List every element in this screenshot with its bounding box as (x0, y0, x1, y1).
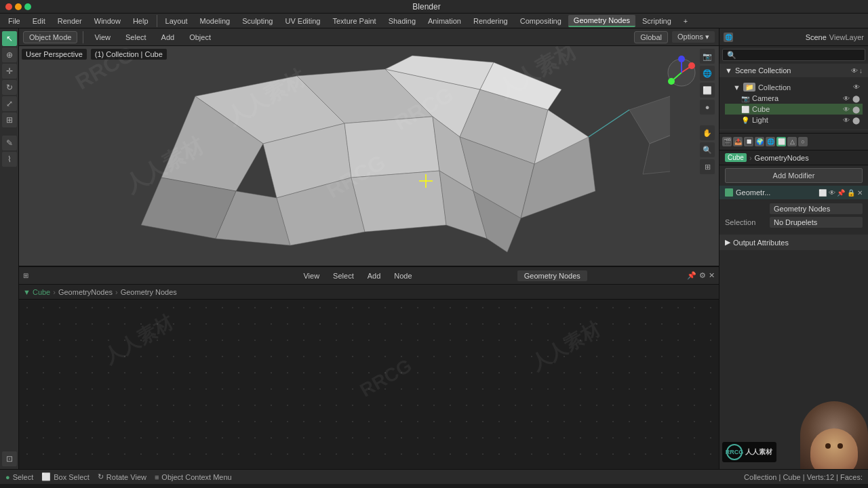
menu-render[interactable]: Render (52, 16, 87, 26)
rp-light-vis[interactable]: 👁 (843, 117, 850, 124)
vp-view[interactable]: View (89, 32, 116, 43)
ne-view[interactable]: View (298, 270, 325, 281)
menu-scripting[interactable]: Scripting (637, 16, 677, 26)
rp-scene-collection-header[interactable]: ▼ Scene Collection 👁 ↓ (719, 64, 868, 77)
rp-sel-icon[interactable]: ↓ (859, 67, 863, 75)
ne-add[interactable]: Add (362, 270, 387, 281)
vp-icon-camera[interactable]: 📷 (700, 49, 715, 64)
rp-search-input[interactable] (722, 49, 865, 61)
rp-cube-sel[interactable]: ⬤ (852, 106, 860, 113)
rp-icon-scene[interactable]: 🌐 (724, 33, 733, 42)
window-controls[interactable] (5, 3, 31, 10)
vp-sep1 (83, 31, 83, 43)
menu-layout[interactable]: Layout (160, 16, 193, 26)
maximize-button[interactable] (24, 3, 31, 10)
menu-add[interactable]: + (678, 16, 693, 26)
minimize-button[interactable] (15, 3, 22, 10)
viewport-toolbar: Object Mode View Select Add Object Globa… (19, 28, 719, 46)
svg-line-21 (589, 110, 629, 137)
vp-icon-zoom[interactable]: 🔍 (700, 142, 715, 157)
ne-bread-geonodesinner[interactable]: Geometry Nodes (121, 288, 177, 296)
ne-node[interactable]: Node (389, 270, 417, 281)
sidebar-select-tool[interactable]: ↖ (2, 31, 17, 46)
rp-prop-view-layer[interactable]: 🔲 (744, 137, 753, 146)
orientation-gizmo[interactable] (665, 56, 698, 89)
rp-cube-vis[interactable]: 👁 (843, 106, 850, 113)
vp-icon-render[interactable]: ● (700, 100, 715, 115)
vp-icon-display[interactable]: ⬜ (700, 83, 715, 98)
ne-settings-icon[interactable]: ⚙ (699, 271, 706, 280)
ne-type-selector[interactable]: ⊞ (23, 272, 28, 279)
vp-options-btn[interactable]: Options ▾ (672, 31, 715, 43)
vp-mode-btn[interactable]: Object Mode (23, 31, 77, 43)
ne-bread-cube[interactable]: ▼ Cube (23, 288, 50, 296)
ne-bread-geonodes[interactable]: GeometryNodes (58, 288, 113, 296)
add-modifier-btn[interactable]: Add Modifier (725, 168, 863, 183)
menu-file[interactable]: File (3, 16, 26, 26)
rp-prop-object[interactable]: ⬜ (776, 137, 786, 146)
rp-bc-sep: › (749, 154, 752, 162)
vp-add[interactable]: Add (156, 32, 180, 43)
rp-camera-item[interactable]: 📷 Camera 👁 ⬤ (725, 93, 863, 104)
menu-modeling[interactable]: Modeling (195, 16, 236, 26)
rp-geomod-header[interactable]: Geometr... ⬜ 👁 📌 🔒 ✕ (719, 186, 868, 199)
rp-coll-vis[interactable]: 👁 (853, 83, 860, 91)
ne-pin-icon[interactable]: 📌 (687, 271, 696, 280)
vp-icon-globe[interactable]: 🌐 (700, 66, 715, 81)
menu-shading[interactable]: Shading (383, 16, 421, 26)
rp-prop-scene[interactable]: 🌍 (755, 137, 764, 146)
rp-nodrup-value[interactable]: No Drupelets (770, 217, 863, 228)
menu-geometry-nodes[interactable]: Geometry Nodes (568, 15, 635, 27)
rp-mod-icons[interactable]: ⬜ 👁 📌 🔒 ✕ (818, 189, 863, 197)
menu-uv-editing[interactable]: UV Editing (279, 16, 326, 26)
menu-edit[interactable]: Edit (27, 16, 51, 26)
sidebar-move-tool[interactable]: ✛ (2, 64, 17, 79)
rp-geomod-value[interactable]: Geometry Nodes (770, 203, 863, 214)
sidebar-cursor-tool[interactable]: ⊕ (2, 47, 17, 62)
rp-cube-item[interactable]: ⬜ Cube 👁 ⬤ (725, 104, 863, 115)
rp-output-attributes: ▶ Output Attributes (719, 235, 868, 250)
rp-outattr-header[interactable]: ▶ Output Attributes (719, 235, 868, 249)
rp-prop-output[interactable]: 📤 (733, 137, 743, 146)
sidebar-transform-orient[interactable]: ⊡ (2, 451, 17, 466)
node-editor-header: ⊞ View Select Add Node Geometry Nodes 📌 … (19, 267, 719, 285)
vp-icon-ortho[interactable]: ⊞ (700, 159, 715, 174)
left-sidebar: ↖ ⊕ ✛ ↻ ⤢ ⊞ ✎ ⌇ ⊡ (0, 28, 19, 469)
menu-animation[interactable]: Animation (422, 16, 467, 26)
rp-prop-render[interactable]: 🎬 (722, 137, 732, 146)
menu-texture-paint[interactable]: Texture Paint (327, 16, 381, 26)
ne-title: Geometry Nodes (517, 270, 587, 281)
ne-canvas[interactable]: ▼ Not Boolean Not (19, 300, 719, 469)
rp-cam-vis[interactable]: 👁 (843, 95, 850, 102)
rp-vis-icon[interactable]: 👁 (851, 67, 858, 75)
vp-object[interactable]: Object (184, 32, 216, 43)
sidebar-scale-tool[interactable]: ⤢ (2, 96, 17, 111)
viewport-3d[interactable]: Object Mode View Select Add Object Globa… (19, 28, 719, 266)
ne-breadcrumb: ▼ Cube › GeometryNodes › Geometry Nodes (19, 285, 719, 300)
ne-select[interactable]: Select (328, 270, 359, 281)
rp-light-item[interactable]: 💡 Light 👁 ⬤ (725, 115, 863, 125)
menu-sep (157, 15, 157, 27)
menu-help[interactable]: Help (127, 16, 154, 26)
vp-select[interactable]: Select (120, 32, 152, 43)
menu-window[interactable]: Window (89, 16, 126, 26)
ne-close-icon[interactable]: ✕ (709, 271, 715, 280)
vp-icon-hand[interactable]: ✋ (700, 125, 715, 140)
sidebar-transform-tool[interactable]: ⊞ (2, 113, 17, 127)
rp-cube-label: Cube (752, 105, 770, 113)
rp-cam-sel[interactable]: ⬤ (852, 95, 860, 102)
rp-scene-label: Scene (806, 33, 827, 41)
rp-light-sel[interactable]: ⬤ (852, 117, 860, 124)
sidebar-rotate-tool[interactable]: ↻ (2, 80, 17, 95)
sidebar-annotate-tool[interactable]: ✎ (2, 136, 17, 150)
rp-prop-world[interactable]: 🌐 (766, 137, 775, 146)
vp-global-btn[interactable]: Global (634, 31, 668, 43)
menu-sculpting[interactable]: Sculpting (237, 16, 278, 26)
sidebar-measure-tool[interactable]: ⌇ (2, 152, 17, 167)
rp-collection-item[interactable]: ▼ 📁 Collection 👁 (725, 81, 863, 93)
menu-compositing[interactable]: Compositing (515, 16, 567, 26)
rp-prop-material[interactable]: ○ (798, 137, 808, 146)
menu-rendering[interactable]: Rendering (468, 16, 513, 26)
close-button[interactable] (5, 3, 12, 10)
rp-prop-mesh[interactable]: △ (787, 137, 797, 146)
